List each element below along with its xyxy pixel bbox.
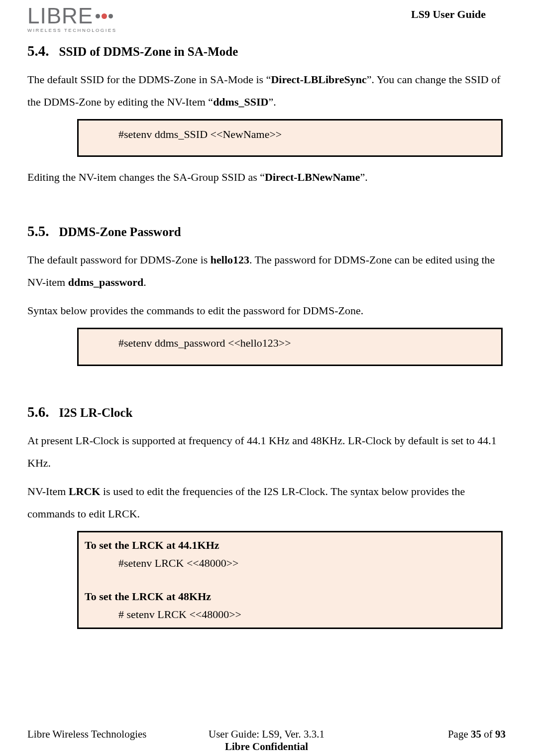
- paragraph: NV-Item LRCK is used to edit the frequen…: [27, 480, 506, 525]
- spacer: [27, 194, 506, 219]
- section-heading: 5.6. I2S LR-Clock: [27, 404, 506, 420]
- logo: LIBRE WIRELESS TECHNOLOGIES: [27, 5, 117, 33]
- text: Editing the NV-item changes the SA-Group…: [27, 171, 265, 183]
- footer-version: User Guide: LS9, Ver. 3.3.1: [181, 728, 352, 741]
- footer-row: Libre Wireless Technologies User Guide: …: [27, 728, 506, 741]
- text: ”.: [268, 96, 276, 108]
- footer-company: Libre Wireless Technologies: [27, 728, 181, 741]
- dot-icon: [96, 14, 100, 18]
- text-bold: Direct-LBNewName: [265, 171, 360, 183]
- spacer: [85, 573, 496, 588]
- text: The default SSID for the DDMS-Zone in SA…: [27, 73, 271, 86]
- paragraph: At present LR-Clock is supported at freq…: [27, 429, 506, 474]
- command-label: To set the LRCK at 48KHz: [85, 588, 496, 606]
- section-heading: 5.5. DDMS-Zone Password: [27, 223, 506, 240]
- logo-subtitle: WIRELESS TECHNOLOGIES: [27, 28, 117, 33]
- paragraph: Editing the NV-item changes the SA-Group…: [27, 166, 506, 188]
- page-header: LIBRE WIRELESS TECHNOLOGIES LS9 User Gui…: [27, 5, 506, 33]
- command-label: To set the LRCK at 44.1KHz: [85, 536, 496, 554]
- text: of: [481, 728, 495, 740]
- text-bold: ddms_SSID: [213, 96, 268, 108]
- command-text: #setenv ddms_password <<hello123>>: [118, 337, 291, 349]
- section-number: 5.4.: [27, 43, 49, 59]
- section-5-4: 5.4. SSID of DDMS-Zone in SA-Mode The de…: [27, 43, 506, 189]
- text-bold: hello123: [211, 253, 249, 266]
- text-bold: LRCK: [69, 485, 101, 498]
- section-5-5: 5.5. DDMS-Zone Password The default pass…: [27, 223, 506, 366]
- section-number: 5.5.: [27, 223, 49, 240]
- section-title: I2S LR-Clock: [59, 406, 133, 420]
- paragraph: The default SSID for the DDMS-Zone in SA…: [27, 68, 506, 113]
- command-box: #setenv ddms_SSID <<NewName>>: [77, 119, 503, 157]
- page-current: 35: [471, 728, 481, 740]
- text-bold: ddms_password: [68, 276, 144, 288]
- section-5-6: 5.6. I2S LR-Clock At present LR-Clock is…: [27, 404, 506, 630]
- paragraph: The default password for DDMS-Zone is he…: [27, 249, 506, 293]
- text: ”.: [360, 171, 367, 183]
- footer-confidential: Libre Confidential: [27, 741, 506, 753]
- dot-icon: [108, 14, 113, 18]
- command-text: #setenv ddms_SSID <<NewName>>: [118, 128, 282, 140]
- document-title: LS9 User Guide: [411, 8, 486, 21]
- spacer: [27, 375, 506, 400]
- text: .: [143, 276, 146, 288]
- page-footer: Libre Wireless Technologies User Guide: …: [27, 728, 506, 753]
- logo-text: LIBRE: [27, 5, 93, 27]
- text-bold: Direct-LBLibreSync: [271, 73, 366, 86]
- command-text: # setenv LRCK <<48000>>: [85, 606, 496, 624]
- section-heading: 5.4. SSID of DDMS-Zone in SA-Mode: [27, 43, 506, 59]
- section-title: DDMS-Zone Password: [59, 225, 181, 239]
- logo-main: LIBRE: [27, 5, 117, 27]
- paragraph: Syntax below provides the commands to ed…: [27, 299, 506, 322]
- section-title: SSID of DDMS-Zone in SA-Mode: [59, 45, 238, 59]
- command-box: To set the LRCK at 44.1KHz #setenv LRCK …: [77, 531, 503, 629]
- command-box: #setenv ddms_password <<hello123>>: [77, 328, 503, 366]
- page: LIBRE WIRELESS TECHNOLOGIES LS9 User Gui…: [0, 0, 533, 756]
- command-text: #setenv LRCK <<48000>>: [85, 554, 496, 572]
- text: The default password for DDMS-Zone is: [27, 253, 211, 266]
- page-total: 93: [495, 728, 506, 740]
- dot-icon: [102, 13, 107, 19]
- text: NV-Item: [27, 485, 69, 498]
- logo-dots-icon: [94, 13, 113, 19]
- section-number: 5.6.: [27, 404, 49, 420]
- text: Page: [448, 728, 471, 740]
- footer-page-number: Page 35 of 93: [352, 728, 506, 741]
